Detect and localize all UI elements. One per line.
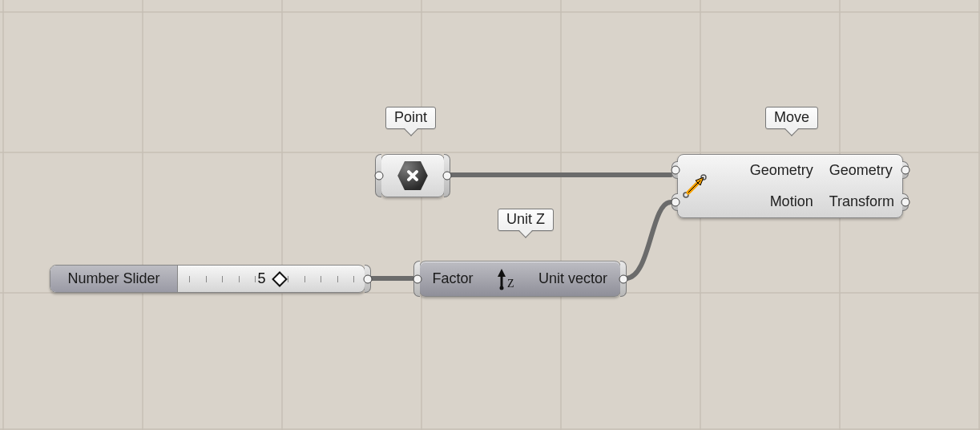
port-in-factor[interactable] [413,261,420,297]
tooltip-text: Point [394,109,427,125]
input-label-geometry: Geometry [742,155,821,186]
svg-marker-13 [498,269,506,277]
slider-label: Number Slider [50,266,178,292]
output-label-geometry: Geometry [821,155,902,186]
port-in-motion[interactable] [671,193,678,211]
port-out[interactable] [365,265,371,293]
port-out[interactable] [444,154,450,197]
svg-text:Z: Z [507,278,514,290]
slider-value: 5 [257,270,268,287]
tooltip-text: Move [774,109,809,125]
node-tooltip-move: Move [765,107,818,129]
input-label-motion: Motion [742,186,821,217]
port-out-vector[interactable] [620,261,627,297]
node-move[interactable]: Geometry Geometry Motion Transform [677,154,903,218]
point-param-icon [397,160,429,192]
node-canvas[interactable]: Point Unit Z Move Number Slider 5 Factor… [0,0,980,430]
unit-z-icon: Z [486,267,526,291]
slider-grip-icon[interactable] [272,271,288,287]
tooltip-text: Unit Z [506,211,545,227]
svg-line-20 [688,181,700,193]
node-point[interactable] [381,154,445,197]
svg-point-14 [500,286,504,290]
port-out-geometry[interactable] [902,161,909,179]
slider-track[interactable]: 5 [178,266,365,292]
move-arrow-icon [678,155,712,217]
node-tooltip-point: Point [385,107,436,129]
node-number-slider[interactable]: Number Slider 5 [50,265,365,293]
output-label-transform: Transform [821,186,902,217]
input-label-factor: Factor [420,270,486,287]
node-tooltip-unitz: Unit Z [498,209,554,231]
port-in[interactable] [375,154,381,197]
node-unit-z[interactable]: Factor Z Unit vector [419,261,621,297]
output-label-vector: Unit vector [526,270,620,287]
port-out-transform[interactable] [902,193,909,211]
port-in-geometry[interactable] [671,161,678,179]
